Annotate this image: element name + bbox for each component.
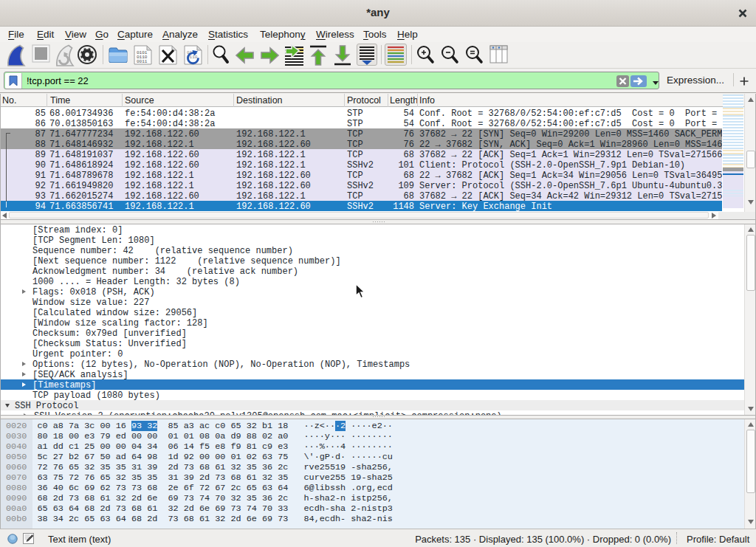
svg-text:0011: 0011 (137, 59, 148, 64)
